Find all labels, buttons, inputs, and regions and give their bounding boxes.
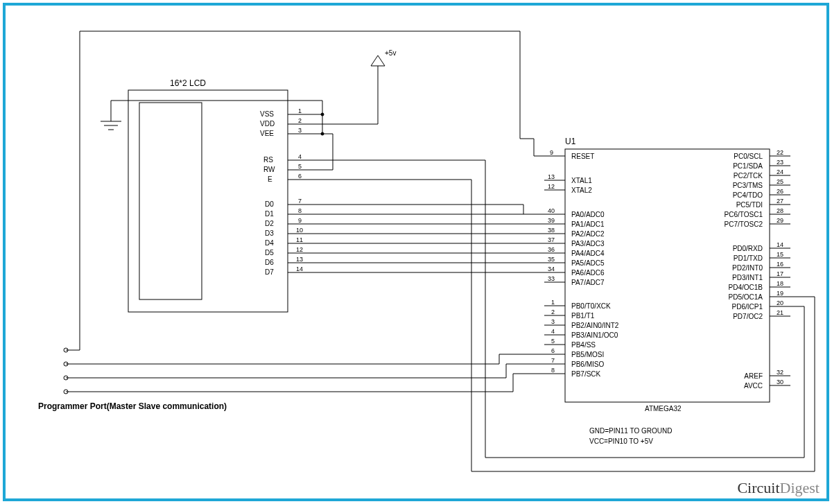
svg-text:PD3/INT1: PD3/INT1	[732, 274, 763, 281]
svg-text:PA3/ADC3: PA3/ADC3	[571, 240, 605, 247]
note-vcc: VCC=PIN10 TO +5V	[589, 437, 653, 445]
nets: +5v	[38, 31, 815, 471]
svg-text:PC1/SDA: PC1/SDA	[733, 162, 763, 170]
svg-text:PB7/SCK: PB7/SCK	[571, 370, 601, 378]
svg-text:18: 18	[777, 280, 783, 287]
svg-text:36: 36	[548, 246, 555, 253]
svg-text:24: 24	[777, 168, 783, 175]
svg-text:1: 1	[298, 107, 302, 114]
svg-text:PB1/T1: PB1/T1	[571, 312, 595, 320]
svg-text:12: 12	[548, 183, 555, 190]
svg-text:PB6/MISO: PB6/MISO	[571, 360, 604, 368]
svg-text:PD6/ICP1: PD6/ICP1	[732, 303, 763, 311]
svg-text:4: 4	[551, 328, 555, 335]
svg-text:39: 39	[548, 217, 555, 224]
programmer-port-label: Programmer Port(Master Slave communicati…	[38, 401, 227, 411]
svg-text:PC7/TOSC2: PC7/TOSC2	[725, 220, 763, 228]
svg-text:23: 23	[777, 159, 783, 166]
svg-text:3: 3	[551, 318, 555, 325]
svg-text:PA2/ADC2: PA2/ADC2	[571, 230, 605, 238]
svg-text:PA5/ADC5: PA5/ADC5	[571, 259, 605, 267]
svg-text:7: 7	[551, 357, 555, 364]
svg-text:10: 10	[296, 227, 303, 234]
svg-text:PA1/ADC1: PA1/ADC1	[571, 220, 605, 228]
svg-text:D6: D6	[265, 259, 274, 266]
svg-text:PA0/ADC0: PA0/ADC0	[571, 211, 605, 218]
svg-text:1: 1	[551, 299, 555, 306]
watermark: CircuitDigest	[737, 479, 820, 497]
svg-text:29: 29	[777, 217, 783, 224]
mcu-part: ATMEGA32	[645, 405, 682, 412]
svg-text:PD0/RXD: PD0/RXD	[733, 245, 763, 252]
svg-text:PB0/T0/XCK: PB0/T0/XCK	[571, 302, 611, 310]
svg-text:PD5/OC1A: PD5/OC1A	[729, 293, 763, 301]
svg-text:D5: D5	[265, 249, 274, 257]
svg-text:26: 26	[777, 188, 783, 195]
svg-text:13: 13	[296, 256, 303, 263]
svg-text:XTAL1: XTAL1	[571, 177, 592, 184]
svg-text:20: 20	[777, 299, 783, 306]
svg-text:PB2/AIN0/INT2: PB2/AIN0/INT2	[571, 322, 619, 329]
schematic-canvas: line, polyline, rect, path, circle { str…	[0, 0, 832, 504]
svg-text:5: 5	[551, 338, 555, 345]
svg-text:VEE: VEE	[260, 130, 274, 137]
svg-text:XTAL2: XTAL2	[571, 186, 592, 194]
svg-text:21: 21	[777, 309, 783, 316]
svg-text:PC0/SCL: PC0/SCL	[734, 153, 763, 160]
svg-text:PD7/OC2: PD7/OC2	[733, 313, 763, 320]
svg-text:D4: D4	[265, 239, 274, 247]
svg-text:22: 22	[777, 149, 783, 156]
svg-text:28: 28	[777, 207, 783, 214]
svg-text:PB3/AIN1/OC0: PB3/AIN1/OC0	[571, 331, 618, 339]
svg-text:D7: D7	[265, 268, 274, 276]
svg-text:13: 13	[548, 173, 555, 180]
svg-text:38: 38	[548, 227, 555, 234]
svg-text:32: 32	[777, 369, 783, 376]
svg-text:D1: D1	[265, 210, 274, 218]
svg-text:8: 8	[551, 367, 555, 374]
svg-text:VDD: VDD	[260, 120, 275, 128]
svg-text:4: 4	[298, 153, 302, 160]
label-5v: +5v	[385, 49, 396, 57]
svg-text:D0: D0	[265, 200, 274, 208]
svg-text:33: 33	[548, 275, 555, 282]
svg-text:D3: D3	[265, 229, 274, 237]
svg-text:35: 35	[548, 256, 555, 263]
svg-text:E: E	[268, 175, 272, 183]
svg-text:14: 14	[296, 266, 303, 272]
svg-rect-1	[139, 103, 202, 299]
svg-text:2: 2	[298, 117, 302, 124]
svg-text:8: 8	[298, 207, 302, 214]
svg-text:12: 12	[296, 246, 303, 253]
lcd-block: 16*2 LCD VSS 1 VDD 2 VEE 3 RS 4 RW	[128, 78, 309, 312]
svg-text:2: 2	[551, 309, 555, 315]
svg-text:27: 27	[777, 198, 783, 205]
svg-text:RS: RS	[263, 156, 273, 164]
svg-point-163	[321, 132, 324, 135]
note-gnd: GND=PIN11 TO GROUND	[589, 427, 672, 435]
svg-text:AVCC: AVCC	[744, 382, 763, 390]
svg-text:19: 19	[777, 290, 783, 297]
svg-text:37: 37	[548, 236, 555, 243]
svg-text:PC2/TCK: PC2/TCK	[734, 172, 763, 180]
svg-text:6: 6	[298, 173, 302, 180]
svg-text:7: 7	[298, 198, 302, 205]
svg-text:PD2/INT0: PD2/INT0	[732, 264, 763, 272]
svg-text:PB4/SS: PB4/SS	[571, 341, 596, 349]
svg-text:PB5/MOSI: PB5/MOSI	[571, 351, 604, 358]
svg-text:AREF: AREF	[744, 372, 763, 380]
svg-text:RW: RW	[263, 166, 275, 173]
svg-text:15: 15	[777, 251, 783, 258]
svg-text:PA7/ADC7: PA7/ADC7	[571, 279, 605, 286]
svg-text:11: 11	[296, 236, 303, 243]
svg-text:PA6/ADC6: PA6/ADC6	[571, 269, 605, 277]
svg-text:PC5/TDI: PC5/TDI	[736, 201, 763, 209]
svg-text:RESET: RESET	[571, 153, 594, 160]
svg-text:VSS: VSS	[260, 110, 274, 118]
svg-text:PC6/TOSC1: PC6/TOSC1	[725, 211, 763, 218]
svg-text:9: 9	[550, 149, 553, 156]
schematic-svg: line, polyline, rect, path, circle { str…	[0, 0, 832, 504]
mcu-block: U1 ATMEGA32 9 RESET 13 XTAL1 12 XTAL2 40…	[544, 137, 790, 412]
svg-text:3: 3	[298, 127, 302, 134]
svg-text:5: 5	[298, 163, 302, 170]
